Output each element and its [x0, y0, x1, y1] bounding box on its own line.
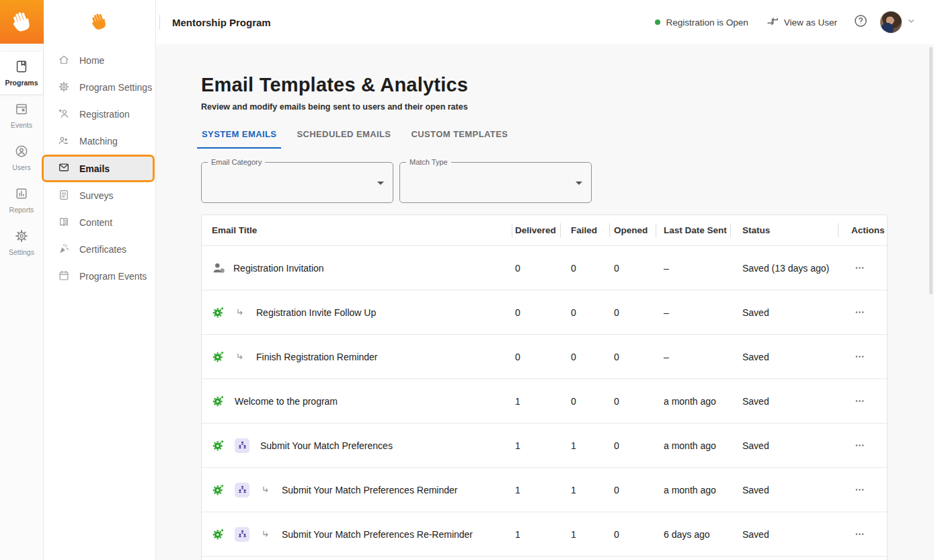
status-text: Saved [730, 396, 838, 407]
column-header-email-title: Email Title [202, 215, 512, 245]
failed-count: 0 [560, 307, 609, 318]
sidebar-item-label: Surveys [79, 190, 114, 201]
sidebar-item-certificates[interactable]: Certificates [44, 236, 155, 263]
system-gear-icon [212, 306, 225, 319]
failed-count: 0 [560, 263, 609, 274]
tab-system-emails[interactable]: SYSTEM EMAILS [197, 129, 281, 149]
status-text: Saved (13 days ago) [730, 263, 838, 274]
system-gear-icon [212, 483, 225, 496]
chevron-down-icon [906, 15, 917, 29]
filters: Email Category Match Type [201, 162, 934, 203]
row-actions-button[interactable] [851, 348, 868, 365]
rail-nav: Programs Events Users Reports Settings [0, 44, 43, 264]
sidebar-item-label: Emails [79, 163, 110, 174]
delivered-count: 0 [512, 307, 560, 318]
page-scrollbar[interactable] [929, 47, 933, 294]
book-icon [14, 59, 29, 75]
calendar-icon [58, 270, 79, 284]
user-circle-icon [14, 144, 29, 160]
failed-count: 1 [560, 529, 609, 540]
delivered-count: 1 [512, 529, 560, 540]
row-actions-button[interactable] [851, 437, 868, 454]
page-title: Email Templates & Analytics [201, 74, 934, 96]
rail-item-label: Events [11, 121, 32, 129]
row-actions-button[interactable] [851, 393, 868, 409]
email-category-select[interactable]: Email Category [201, 162, 393, 203]
match-group-icon [235, 483, 249, 497]
ellipsis-icon [854, 351, 865, 362]
email-title[interactable]: Registration Invite Follow Up [256, 307, 376, 318]
emails-table: Email Title Delivered Failed Opened Last… [201, 214, 888, 560]
help-button[interactable] [853, 13, 868, 31]
ellipsis-icon [854, 262, 865, 274]
rail-item-events[interactable]: Events [0, 94, 43, 136]
email-title[interactable]: Submit Your Match Preferences Reminder [282, 485, 457, 495]
sidebar-item-label: Matching [79, 136, 118, 147]
failed-count: 1 [560, 485, 609, 495]
app-logo[interactable] [0, 0, 44, 44]
row-actions-button[interactable] [851, 526, 868, 543]
status-dot-icon [655, 19, 660, 25]
view-as-user-button[interactable]: View as User [766, 15, 837, 30]
main-area: Mentorship Program Registration is Open … [156, 0, 934, 560]
sidebar-nav: Home Program Settings Registration Match… [44, 44, 155, 290]
table-row: Submit Your Match Preferences Re-Reminde… [202, 512, 887, 556]
program-logo[interactable] [44, 0, 155, 44]
rail-item-reports[interactable]: Reports [0, 179, 43, 221]
ellipsis-icon [854, 440, 865, 451]
rail-item-users[interactable]: Users [0, 136, 43, 179]
page-subtitle: Review and modify emails being sent to u… [201, 102, 934, 112]
bar-chart-icon [14, 186, 29, 202]
party-popper-icon [58, 243, 79, 257]
help-icon [853, 13, 868, 31]
table-row-partial [202, 556, 887, 560]
email-title[interactable]: Registration Invitation [233, 263, 324, 274]
tab-custom-templates[interactable]: CUSTOM TEMPLATES [406, 129, 512, 149]
last-date-sent: a month ago [656, 396, 730, 407]
failed-count: 0 [560, 352, 609, 362]
sidebar-item-label: Program Events [79, 271, 147, 282]
last-date-sent: a month ago [656, 485, 730, 495]
rail-item-settings[interactable]: Settings [0, 221, 43, 264]
tab-scheduled-emails[interactable]: SCHEDULED EMAILS [292, 129, 395, 149]
sidebar-item-home[interactable]: Home [44, 47, 155, 74]
table-row: Registration Invite Follow Up 0 0 0 – Sa… [202, 290, 887, 334]
opened-count: 0 [609, 529, 656, 540]
ellipsis-icon [854, 307, 865, 318]
user-avatar[interactable] [880, 11, 902, 33]
last-date-sent: – [656, 307, 730, 318]
registration-status: Registration is Open [655, 17, 748, 28]
match-type-select[interactable]: Match Type [399, 162, 592, 203]
sidebar-item-label: Content [79, 217, 112, 228]
email-title[interactable]: Welcome to the program [235, 396, 338, 407]
rail-item-programs[interactable]: Programs [0, 52, 43, 94]
topbar-right: Registration is Open View as User [655, 11, 917, 33]
sidebar-item-matching[interactable]: Matching [44, 128, 155, 155]
sidebar-item-surveys[interactable]: Surveys [44, 182, 155, 209]
subdirectory-arrow-icon [260, 529, 271, 540]
sidebar-item-program-events[interactable]: Program Events [44, 263, 155, 290]
home-icon [58, 54, 79, 68]
sidebar-item-content[interactable]: Content [44, 209, 155, 236]
topbar: Mentorship Program Registration is Open … [156, 0, 934, 44]
column-header-failed: Failed [560, 215, 609, 245]
sidebar-item-emails[interactable]: Emails [42, 155, 155, 182]
email-title[interactable]: Finish Registration Reminder [256, 352, 378, 362]
column-header-actions: Actions [838, 215, 887, 245]
status-text: Saved [730, 307, 838, 318]
calendar-icon [14, 102, 29, 118]
status-text: Saved [730, 440, 838, 451]
sidebar-item-registration[interactable]: Registration [44, 101, 155, 128]
rail-item-label: Users [12, 163, 30, 171]
sidebar-item-program-settings[interactable]: Program Settings [44, 74, 155, 101]
sidebar-item-label: Certificates [79, 244, 126, 255]
row-actions-button[interactable] [851, 304, 868, 321]
row-actions-button[interactable] [851, 481, 868, 498]
opened-count: 0 [609, 396, 656, 407]
column-header-opened: Opened [609, 215, 656, 245]
row-actions-button[interactable] [851, 259, 868, 276]
email-title[interactable]: Submit Your Match Preferences Re-Reminde… [282, 529, 473, 540]
survey-icon [58, 189, 79, 203]
account-menu-button[interactable] [906, 15, 917, 29]
email-title[interactable]: Submit Your Match Preferences [260, 440, 393, 451]
